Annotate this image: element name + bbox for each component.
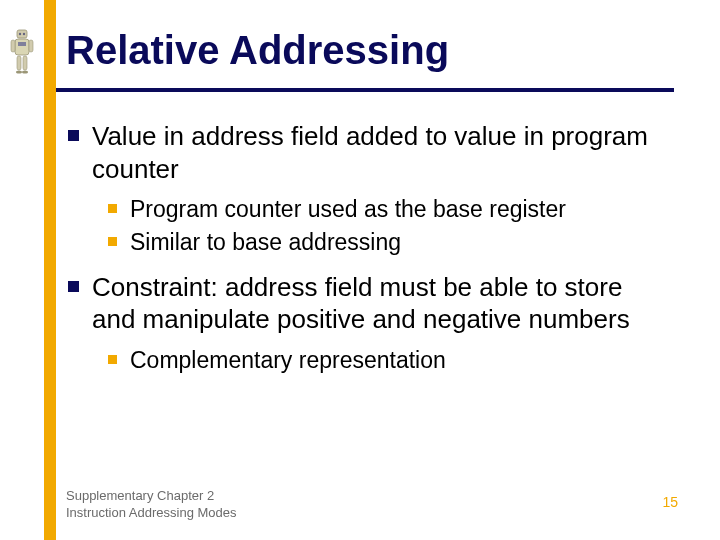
bullet-level2: Program counter used as the base registe… [130, 195, 666, 224]
svg-rect-0 [17, 30, 27, 38]
robot-icon [8, 28, 36, 76]
svg-rect-7 [17, 56, 21, 70]
bullet-text: Constraint: address field must be able t… [92, 272, 630, 335]
svg-point-1 [19, 33, 21, 35]
svg-point-9 [16, 70, 22, 73]
svg-rect-5 [11, 40, 15, 52]
page-number: 15 [662, 494, 678, 510]
footer-line2: Instruction Addressing Modes [66, 505, 237, 522]
bullet-level1: Value in address field added to value in… [92, 120, 666, 257]
bullet-text: Complementary representation [130, 347, 446, 373]
bullet-text: Program counter used as the base registe… [130, 196, 566, 222]
bullet-level1: Constraint: address field must be able t… [92, 271, 666, 375]
footer-line1: Supplementary Chapter 2 [66, 488, 237, 505]
bullet-text: Similar to base addressing [130, 229, 401, 255]
bullet-level2: Complementary representation [130, 346, 666, 375]
svg-rect-4 [18, 42, 26, 46]
svg-rect-8 [23, 56, 27, 70]
accent-vertical-bar [44, 0, 56, 540]
title-underline [56, 88, 674, 92]
slide-content: Value in address field added to value in… [66, 120, 666, 388]
bullet-level2: Similar to base addressing [130, 228, 666, 257]
slide-title: Relative Addressing [66, 28, 449, 73]
svg-rect-6 [29, 40, 33, 52]
slide: Relative Addressing Value in address fie… [0, 0, 720, 540]
svg-rect-3 [15, 39, 29, 55]
bullet-text: Value in address field added to value in… [92, 121, 648, 184]
footer-left: Supplementary Chapter 2 Instruction Addr… [66, 488, 237, 522]
svg-point-10 [22, 70, 28, 73]
svg-point-2 [23, 33, 25, 35]
